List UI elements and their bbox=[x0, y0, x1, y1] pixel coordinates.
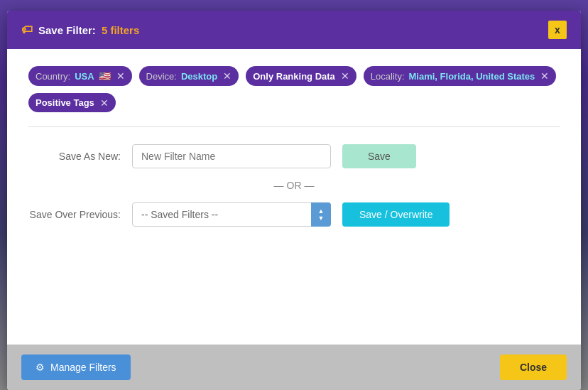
saved-filters-select[interactable]: -- Saved Filters -- bbox=[132, 202, 331, 227]
filter-count-badge: 5 filters bbox=[102, 24, 139, 36]
modal-footer: ⚙ Manage Filters Close bbox=[7, 345, 581, 390]
gear-icon: ⚙ bbox=[36, 362, 45, 373]
chip-tags-remove[interactable]: ✕ bbox=[100, 98, 109, 108]
chip-tags: Positive Tags ✕ bbox=[28, 93, 116, 112]
chip-ranking: Only Ranking Data ✕ bbox=[246, 66, 356, 86]
modal-dialog: 🏷 Save Filter: 5 filters x Country: USA … bbox=[7, 11, 581, 390]
chip-locality: Locality: Miami, Florida, United States … bbox=[364, 66, 556, 86]
modal-header: 🏷 Save Filter: 5 filters x bbox=[7, 11, 581, 49]
chip-locality-label: Locality: bbox=[371, 71, 405, 82]
modal-body: Country: USA 🇺🇸 ✕ Device: Desktop ✕ Only… bbox=[7, 49, 581, 345]
chip-tags-value: Positive Tags bbox=[36, 97, 94, 108]
modal-close-button[interactable]: x bbox=[548, 21, 567, 39]
or-separator: — OR — bbox=[28, 180, 560, 191]
manage-filters-label: Manage Filters bbox=[50, 362, 116, 373]
filter-divider bbox=[28, 126, 560, 127]
chip-ranking-remove[interactable]: ✕ bbox=[341, 71, 349, 81]
chip-country: Country: USA 🇺🇸 ✕ bbox=[28, 66, 132, 86]
chip-locality-remove[interactable]: ✕ bbox=[540, 71, 549, 81]
save-over-label: Save Over Previous: bbox=[28, 209, 121, 220]
save-new-label: Save As New: bbox=[28, 151, 121, 162]
chip-device-label: Device: bbox=[146, 71, 177, 82]
modal-title-prefix: Save Filter: bbox=[38, 24, 96, 36]
save-new-row: Save As New: Save bbox=[28, 144, 560, 168]
chip-device: Device: Desktop ✕ bbox=[139, 66, 239, 86]
save-new-input[interactable] bbox=[132, 144, 331, 168]
save-overwrite-button[interactable]: Save / Overwrite bbox=[342, 202, 450, 227]
chip-country-label: Country: bbox=[36, 71, 70, 82]
save-over-row: Save Over Previous: -- Saved Filters -- … bbox=[28, 202, 560, 227]
save-new-button[interactable]: Save bbox=[342, 144, 416, 168]
chip-device-value: Desktop bbox=[181, 71, 217, 82]
filter-chips-container: Country: USA 🇺🇸 ✕ Device: Desktop ✕ Only… bbox=[28, 66, 560, 112]
chip-country-remove[interactable]: ✕ bbox=[116, 71, 125, 81]
tag-icon: 🏷 bbox=[21, 23, 33, 36]
chip-locality-value: Miami, Florida, United States bbox=[409, 71, 535, 82]
chip-device-remove[interactable]: ✕ bbox=[223, 71, 232, 81]
manage-filters-button[interactable]: ⚙ Manage Filters bbox=[21, 354, 131, 380]
modal-title-group: 🏷 Save Filter: 5 filters bbox=[21, 23, 139, 36]
saved-filters-select-wrapper: -- Saved Filters -- ▲ ▼ bbox=[132, 202, 331, 227]
chip-country-value: USA bbox=[75, 71, 94, 82]
footer-close-button[interactable]: Close bbox=[500, 354, 567, 380]
chip-ranking-value: Only Ranking Data bbox=[253, 71, 335, 82]
chip-country-flag: 🇺🇸 bbox=[99, 70, 111, 82]
